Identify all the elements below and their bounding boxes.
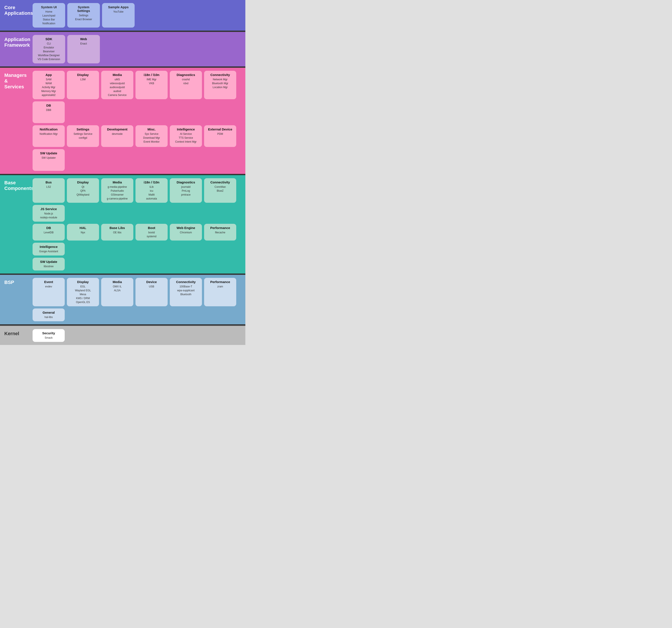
card-connectivity-base-title: Connectivity [210,180,230,184]
card-device-bsp-items: USB [149,285,154,289]
card-system-settings-items: SettingsEnact Browser [75,14,92,21]
card-boot: Boot bootdsystemd [136,224,168,241]
card-event-bsp: Event evdev [32,278,65,306]
card-boot-items: bootdsystemd [147,231,157,238]
layer-managers: Managers &Services App SAMWAMActivity Mg… [0,68,245,174]
card-misc-title: Misc. [147,127,156,131]
card-web-engine-items: Chromium [180,231,192,235]
layer-core: CoreApplications System UI HomeLaunchpad… [0,0,245,31]
layer-managers-content: App SAMWAMActivity MgrMemory Mgrappinsta… [32,71,243,171]
card-web-items: Enact [80,42,87,46]
card-intelligence-base-items: Googe Assistant [39,249,58,253]
card-connectivity-bsp: Connectivity 100Base-Twpa-supplicantBlue… [170,278,202,306]
card-hal-items: Nyx [81,231,85,235]
card-display-base: Display QtQPAQtWayland [67,178,99,203]
layer-base-label: BaseComponents [2,178,32,193]
layer-bsp-label: BSP [2,278,32,287]
card-media-base: Media g-media-pipelinePulseAudioGStreame… [101,178,133,203]
card-performance: Performance filecache [204,224,236,241]
base-row-2: DB LevelDB HAL Nyx Base Libs OE libs Boo… [32,224,243,256]
card-security: Security Smack [32,329,65,342]
card-sw-update-mgr-title: SW Update [40,151,57,155]
card-general-bsp: General hal-libs [32,309,65,321]
card-connectivity-bsp-title: Connectivity [176,280,196,284]
base-row-1: Bus LS2 Display QtQPAQtWayland Media g-m… [32,178,243,222]
card-web-title: Web [80,37,87,41]
layer-kernel: Kernel Security Smack [0,325,245,345]
card-connectivity-mgr-items: Network MgrBluetooth MgrLocation Mgr [212,77,229,89]
card-diagnostics-mgr-items: crashdrdxd [182,77,190,85]
card-media-mgr-items: uMSvideooutputdaudiooutputdaudiodCamera … [108,77,126,97]
card-event-bsp-title: Event [44,280,53,284]
card-connectivity-base-items: ConnManBlueZ [215,185,226,193]
card-media-base-title: Media [113,180,122,184]
card-system-settings: SystemSettings SettingsEnact Browser [67,3,100,28]
card-sdk-title: SDK [45,37,52,41]
card-external-device-items: PDM [217,132,223,136]
card-event-bsp-items: evdev [45,285,52,289]
card-db-mgr-items: DB8 [46,108,51,112]
layer-base: BaseComponents Bus LS2 Display QtQPAQtWa… [0,175,245,273]
card-display-base-title: Display [77,180,89,184]
card-db-base: DB LevelDB [32,224,65,241]
card-sw-update-base: SW Update libostree [32,258,65,270]
card-base-libs-items: OE libs [113,231,122,235]
layer-bsp: BSP Event evdev Display EGLWayland EGLMe… [0,275,245,324]
card-notification-title: Notification [40,127,58,131]
card-diagnostics-mgr-title: Diagnostics [176,73,195,77]
card-misc-items: Sys ServiceDownload MgrEvent Monitor [143,132,160,144]
card-js-service-items: Node.jsnodejs-module [40,212,57,219]
card-boot-title: Boot [148,226,155,230]
card-settings-mgr-items: Settings Serviceconfigd [74,132,93,140]
card-media-base-items: g-media-pipelinePulseAudioGStreamerg-cam… [107,185,128,200]
card-settings-mgr: Settings Settings Serviceconfigd [67,125,99,147]
layer-framework-content: SDK CLIEmulatorBeanviserWorkflow Designe… [32,35,243,64]
card-db-base-items: LevelDB [44,231,53,235]
card-display-bsp-title: Display [77,280,89,284]
layer-framework: ApplicationFramework SDK CLIEmulatorBean… [0,32,245,67]
layer-kernel-label: Kernel [2,329,32,338]
layer-framework-label: ApplicationFramework [2,35,32,50]
card-i18n-mgr: i18n / l10n IME MgrVKB [136,71,168,99]
card-security-items: Smack [45,336,53,340]
card-app-title: App [45,73,52,77]
card-performance-items: filecache [215,231,225,235]
card-media-bsp-items: OMX ILALSA [113,285,122,292]
card-display-bsp: Display EGLWayland EGLMesaKMS / DRMOpenG… [67,278,99,306]
card-performance-bsp-items: zram [217,285,223,289]
card-i18n-mgr-title: i18n / l10n [144,73,160,77]
card-performance-bsp-title: Performance [210,280,230,284]
card-web-engine-title: Web Engine [176,226,195,230]
card-device-bsp: Device USB [136,278,168,306]
card-system-ui-title: System UI [41,5,57,9]
card-bus-items: LS2 [46,185,51,189]
card-bus-title: Bus [46,180,52,184]
card-bus: Bus LS2 [32,178,65,203]
card-connectivity-base: Connectivity ConnManBlueZ [204,178,236,203]
card-misc: Misc. Sys ServiceDownload MgrEvent Monit… [136,125,168,147]
card-sw-update-base-title: SW Update [40,260,57,264]
card-development: Development devmode [101,125,133,147]
card-i18n-base: i18n / l10n iLibicuMallitautomata [136,178,168,203]
card-diagnostics-base-items: journaldPmLogpmtrace [181,185,190,197]
card-external-device: External Device PDM [204,125,236,147]
card-js-service: JS Service Node.jsnodejs-module [32,205,65,222]
layer-bsp-content: Event evdev Display EGLWayland EGLMesaKM… [32,278,243,321]
card-app-items: SAMWAMActivity MgrMemory Mgrappinstalld2 [41,77,56,97]
card-display-mgr-items: LSM [80,77,86,81]
card-intelligence-base: Intelligence Googe Assistant [32,243,65,256]
card-media-bsp-title: Media [113,280,122,284]
layer-core-content: System UI HomeLaunchpadStatus BarNotific… [32,3,243,28]
card-general-bsp-items: hal-libs [45,315,53,319]
card-display-mgr-title: Display [77,73,89,77]
card-media-mgr-title: Media [113,73,122,77]
card-system-ui-items: HomeLaunchpadStatus BarNotification [42,10,55,25]
card-performance-bsp: Performance zram [204,278,236,306]
card-sw-update-mgr: SW Update SW Updater [32,149,65,171]
card-intelligence-base-title: Intelligence [40,245,58,248]
card-general-bsp-title: General [43,311,55,314]
card-system-ui: System UI HomeLaunchpadStatus BarNotific… [32,3,65,28]
card-development-title: Development [107,127,127,131]
base-row-3: SW Update libostree [32,258,243,270]
layer-managers-label: Managers &Services [2,71,32,91]
